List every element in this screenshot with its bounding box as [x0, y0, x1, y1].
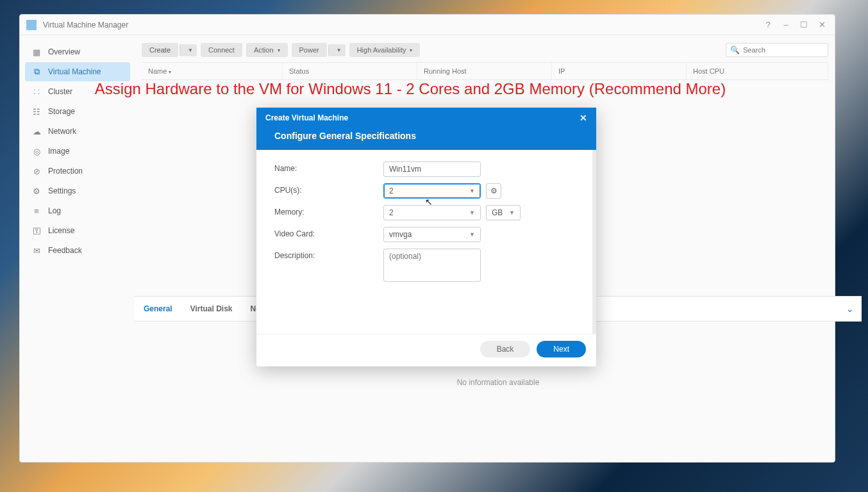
network-icon: ☁ [31, 126, 42, 136]
cpu-label: CPU(s): [274, 183, 383, 195]
tab-general[interactable]: General [135, 304, 181, 313]
minimize-icon[interactable]: – [780, 20, 792, 29]
sidebar-item-label: Image [48, 147, 69, 156]
gear-icon: ⚙ [490, 186, 497, 195]
no-info-text: No information available [135, 378, 862, 387]
feedback-icon: ✉ [31, 245, 42, 256]
connect-button[interactable]: Connect [201, 43, 242, 57]
sidebar-item-label: Network [48, 127, 76, 136]
cpu-settings-button[interactable]: ⚙ [486, 183, 501, 199]
cluster-icon: ⸬ [31, 86, 42, 97]
sidebar-item-protection[interactable]: ⊘Protection [25, 161, 130, 181]
memory-select[interactable]: 2▼ [383, 205, 481, 220]
maximize-icon[interactable]: ☐ [797, 20, 810, 29]
ha-button[interactable]: High Availability▾ [349, 43, 421, 57]
sidebar-item-network[interactable]: ☁Network [25, 122, 130, 141]
sidebar-item-storage[interactable]: ☷Storage [25, 102, 130, 121]
log-icon: ≡ [31, 206, 42, 216]
search-icon: 🔍 [730, 45, 740, 54]
dialog-title: Create Virtual Machine ✕ [256, 108, 596, 128]
sidebar-item-label: Protection [48, 167, 83, 176]
power-dropdown[interactable]: ▼ [328, 44, 346, 56]
name-label: Name: [274, 161, 383, 173]
col-ip[interactable]: IP [552, 63, 687, 79]
sidebar-item-label: Virtual Machine [48, 67, 101, 76]
next-button[interactable]: Next [537, 341, 586, 357]
panel-collapse-icon[interactable]: ⌄ [846, 304, 854, 314]
sidebar-item-label: Storage [48, 107, 75, 116]
sidebar-item-label: Feedback [48, 246, 82, 255]
titlebar: Virtual Machine Manager ? – ☐ ✕ [20, 15, 835, 35]
close-window-icon[interactable]: ✕ [815, 20, 828, 29]
name-input[interactable] [383, 161, 481, 177]
dialog-subtitle: Configure General Specifications [256, 128, 596, 150]
sidebar-item-license[interactable]: ⚿License [25, 221, 130, 240]
description-input[interactable] [383, 249, 481, 282]
sidebar-item-overview[interactable]: ▦Overview [25, 42, 130, 62]
sidebar-item-settings[interactable]: ⚙Settings [25, 181, 130, 201]
sidebar-item-image[interactable]: ◎Image [25, 142, 130, 161]
app-icon [26, 20, 37, 30]
back-button[interactable]: Back [480, 341, 531, 357]
license-icon: ⚿ [31, 226, 42, 236]
cpu-select[interactable]: 2▼ [383, 183, 481, 199]
dialog-close-icon[interactable]: ✕ [580, 113, 587, 123]
video-select[interactable]: vmvga▼ [383, 227, 481, 242]
protection-icon: ⊘ [31, 166, 42, 176]
app-title: Virtual Machine Manager [43, 20, 756, 29]
virtual-machine-icon: ⧉ [31, 67, 42, 77]
sidebar-item-label: Log [48, 206, 61, 215]
help-icon[interactable]: ? [762, 20, 774, 29]
col-name[interactable]: Name [142, 63, 283, 79]
power-button[interactable]: Power [292, 43, 327, 57]
col-status[interactable]: Status [283, 63, 417, 79]
memory-label: Memory: [274, 205, 383, 217]
sidebar-item-label: Settings [48, 186, 76, 195]
create-dropdown[interactable]: ▼ [179, 44, 197, 56]
memory-unit-select[interactable]: GB▼ [486, 205, 521, 220]
storage-icon: ☷ [31, 106, 42, 117]
video-label: Video Card: [274, 227, 383, 238]
search-input[interactable] [726, 43, 828, 57]
annotation-text: Assign Hardware to the VM for Windows 11… [64, 80, 756, 98]
sidebar: ▦Overview⧉Virtual Machine⸬Cluster☷Storag… [20, 35, 135, 462]
toolbar: Create ▼ Connect Action▾ Power ▼ High Av… [142, 40, 828, 62]
overview-icon: ▦ [31, 47, 42, 57]
image-icon: ◎ [31, 146, 42, 156]
action-button[interactable]: Action▾ [246, 43, 288, 57]
sidebar-item-feedback[interactable]: ✉Feedback [25, 241, 130, 260]
create-button[interactable]: Create [142, 43, 178, 57]
sidebar-item-log[interactable]: ≡Log [25, 201, 130, 220]
tab-virtual-disk[interactable]: Virtual Disk [181, 304, 242, 313]
sidebar-item-label: License [48, 226, 74, 235]
settings-icon: ⚙ [31, 186, 42, 196]
create-vm-dialog: Create Virtual Machine ✕ Configure Gener… [256, 108, 596, 366]
sidebar-item-virtual-machine[interactable]: ⧉Virtual Machine [25, 62, 130, 81]
description-label: Description: [274, 249, 383, 260]
col-host[interactable]: Running Host [417, 63, 552, 79]
col-cpu[interactable]: Host CPU [687, 63, 828, 79]
sidebar-item-label: Overview [48, 47, 80, 56]
table-header: Name Status Running Host IP Host CPU [142, 62, 828, 80]
